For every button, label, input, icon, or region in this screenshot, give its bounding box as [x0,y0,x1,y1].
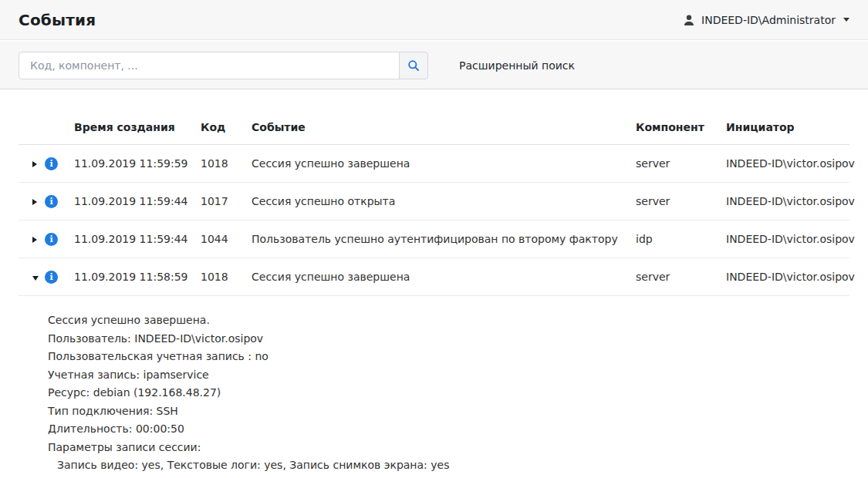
top-header-bar: События INDEED-ID\Administrator [0,0,868,40]
expand-row-button[interactable] [32,199,37,205]
cell-code: 1017 [201,183,252,220]
info-icon[interactable]: i [45,271,58,284]
search-input-group [19,52,428,79]
cell-event: Пользователь успешно аутентифицирован по… [252,220,636,258]
cell-code: 1044 [201,220,252,258]
chevron-down-icon [843,18,849,22]
user-menu[interactable]: INDEED-ID\Administrator [683,14,849,26]
cell-time: 11.09.2019 11:59:44 [74,220,201,258]
cell-event: Сессия успешно открыта [252,183,636,220]
cell-initiator: INDEED-ID\victor.osipov [726,183,849,220]
detail-line: Сессия успешно завершена. [48,311,834,330]
cell-component: server [636,145,726,183]
search-button[interactable] [399,52,428,79]
column-header-time: Время создания [74,89,201,145]
row-detail-panel: Сессия успешно завершена. Пользователь: … [19,296,849,478]
detail-line: Учетная запись: ipamservice [48,366,834,385]
cell-initiator: INDEED-ID\victor.osipov [726,145,849,183]
detail-line: Ресурс: debian (192.168.48.27) [48,384,834,402]
cell-component: idp [636,220,726,258]
column-header-code: Код [201,89,252,145]
table-row: i 11.09.2019 11:59:59 1018 Сессия успешн… [19,145,849,183]
cell-time: 11.09.2019 11:59:59 [74,145,201,183]
detail-line: Пользователь: INDEED-ID\victor.osipov [48,330,834,348]
table-row: i 11.09.2019 11:59:44 1017 Сессия успешн… [19,183,849,220]
info-icon[interactable]: i [45,233,58,246]
detail-line: Тип подключения: SSH [48,402,834,421]
table-row-expanded: i 11.09.2019 11:58:59 1018 Сессия успешн… [19,258,849,296]
search-icon [407,59,420,72]
search-panel: Расширенный поиск [0,42,868,89]
cell-code: 1018 [201,258,252,296]
cell-initiator: INDEED-ID\victor.osipov [726,258,849,296]
cell-component: server [636,183,726,220]
cell-event: Сессия успешно завершена [252,258,636,296]
table-row: i 11.09.2019 11:59:44 1044 Пользователь … [19,220,849,258]
column-header-event: Событие [252,89,636,145]
page-title: События [19,11,96,29]
detail-line: Длительность: 00:00:50 [48,420,834,439]
detail-line: Пользовательская учетная запись : no [48,348,834,366]
search-input[interactable] [19,52,400,79]
info-icon[interactable]: i [45,195,58,208]
detail-line-recording-params: Запись видео: yes, Текстовые логи: yes, … [48,456,834,475]
cell-event: Сессия успешно завершена [252,145,636,183]
user-menu-label: INDEED-ID\Administrator [701,14,836,26]
events-table: Время создания Код Событие Компонент Ини… [19,89,849,478]
cell-time: 11.09.2019 11:59:44 [74,183,201,220]
advanced-search-link[interactable]: Расширенный поиск [459,59,575,72]
collapse-row-button[interactable] [32,276,39,281]
info-icon[interactable]: i [45,157,58,170]
cell-code: 1018 [201,145,252,183]
user-icon [683,14,695,26]
table-header-row: Время создания Код Событие Компонент Ини… [19,89,849,145]
cell-component: server [636,258,726,296]
detail-line: Параметры записи сессии: [48,439,834,457]
expand-row-button[interactable] [32,161,37,167]
cell-initiator: INDEED-ID\victor.osipov [726,220,849,258]
expand-row-button[interactable] [32,237,37,243]
column-header-initiator: Инициатор [726,89,849,145]
column-header-component: Компонент [636,89,726,145]
cell-time: 11.09.2019 11:58:59 [74,258,201,296]
